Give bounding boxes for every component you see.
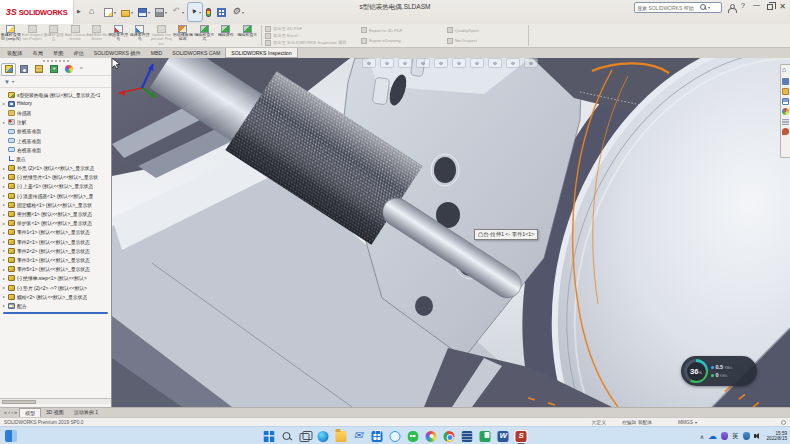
tree-item[interactable]: ▸ 零件1<1> (默认<<默认>_显示状态	[0, 228, 111, 237]
tree-item[interactable]: ▸ 零件2<1> (默认<<默认>_显示状态	[0, 237, 111, 246]
quick-access-button[interactable]: ▾	[137, 3, 151, 21]
export-button[interactable]: 导出至 2D PDF	[265, 25, 361, 32]
tree-item[interactable]: ▸ (-) 绝缘垫片<1> (默认<<默认>_显示状	[0, 173, 111, 182]
tree-item[interactable]: 前视基准面	[0, 127, 111, 136]
color-wheel-app[interactable]	[424, 429, 439, 444]
tree-item[interactable]: ▸ (-) 上盖<1> (默认<<默认>_显示状态	[0, 182, 111, 191]
speed-monitor-widget[interactable]: 36 % 0.5 KB/s 0 KB/s	[681, 356, 757, 386]
ribbon-tab[interactable]: 布局	[28, 48, 48, 58]
edit-appearance-icon[interactable]	[488, 58, 502, 68]
tree-item[interactable]: s型铠装热电偶 (默认<默认_显示状态<1	[0, 90, 111, 99]
dropdown-caret-icon[interactable]: ▾	[182, 10, 184, 15]
ribbon-button[interactable]: 编辑操作	[215, 24, 237, 47]
model-3d-scene[interactable]	[112, 58, 790, 407]
export-button[interactable]: Net-Inspect	[447, 37, 525, 44]
view-palette-icon[interactable]	[782, 98, 789, 105]
ribbon-tab[interactable]: SOLIDWORKS CAM	[167, 48, 225, 58]
panel-tab[interactable]	[17, 64, 30, 75]
design-library-icon[interactable]	[782, 78, 789, 85]
panel-tab[interactable]	[47, 64, 60, 75]
appearances-scenes-icon[interactable]	[782, 108, 789, 115]
quick-access-button[interactable]	[205, 3, 213, 21]
dropdown-caret-icon[interactable]: ▾	[148, 10, 150, 15]
forum-icon[interactable]	[782, 128, 789, 135]
document-tab[interactable]: 3D 视图	[41, 408, 69, 417]
quick-access-button[interactable]: ▾	[103, 3, 117, 21]
ime-language-indicator[interactable]: 英	[732, 432, 739, 441]
dropdown-caret-icon[interactable]: ▾	[199, 10, 201, 15]
file-explorer-icon[interactable]	[782, 88, 789, 95]
ribbon-tab[interactable]: MBD	[146, 48, 168, 58]
status-quick-tip-icon[interactable]	[781, 420, 786, 425]
restore-button[interactable]	[767, 4, 773, 10]
word-app[interactable]	[496, 429, 511, 444]
tree-item[interactable]: ▸ 配合	[0, 301, 111, 310]
apply-scene-icon[interactable]	[506, 58, 520, 68]
quick-access-button[interactable]: ▾	[154, 3, 168, 21]
tree-item[interactable]: ▸ History	[0, 99, 111, 108]
solidworks-taskbar-app[interactable]	[514, 429, 529, 444]
menu-flyout-icon[interactable]: ▶	[77, 8, 81, 14]
tree-item[interactable]: 传感器	[0, 108, 111, 117]
export-button[interactable]: Export to 3D PDF	[361, 27, 447, 34]
help-search-box[interactable]: ▾	[634, 2, 722, 13]
panel-tab[interactable]	[62, 64, 75, 75]
tree-item[interactable]: ▸ 外壳 (2)<1> (默认<<默认>_显示状态	[0, 164, 111, 173]
tree-item[interactable]: ▸ (-) 温度传感器<1> (默认<<默认>_显	[0, 191, 111, 200]
tab-nav-arrows[interactable]: « ‹ › »	[2, 408, 19, 417]
tree-item[interactable]: ▸ 零件2<2> (默认<<默认>_显示状态	[0, 246, 111, 255]
solidworks-resources-icon[interactable]	[782, 68, 789, 75]
ribbon-button[interactable]: Add Characteristic	[65, 24, 87, 47]
tree-item[interactable]: ▸ 螺栓<2> (默认<<默认>_显示状态	[0, 292, 111, 301]
quick-access-button[interactable]	[88, 3, 100, 21]
notes-app[interactable]	[478, 429, 493, 444]
panel-tab[interactable]	[77, 64, 90, 75]
search-caret-icon[interactable]: ▾	[708, 5, 710, 10]
panel-horizontal-scrollbar[interactable]	[0, 398, 111, 404]
tree-item[interactable]: ▸ 注解	[0, 118, 111, 127]
dropdown-caret-icon[interactable]: ▾	[242, 10, 244, 15]
ribbon-button[interactable]: Add/Edit Balloons	[86, 24, 108, 47]
security-shield-icon[interactable]	[721, 432, 728, 440]
wechat-app[interactable]	[406, 429, 421, 444]
file-explorer-app[interactable]	[334, 429, 349, 444]
dropdown-caret-icon[interactable]: ▾	[165, 10, 167, 15]
mail-app[interactable]	[352, 429, 367, 444]
tree-item[interactable]: ▸ 零件5<1> (默认<<默认>_显示状态	[0, 265, 111, 274]
dropdown-caret-icon[interactable]: ▾	[114, 10, 116, 15]
login-person-icon[interactable]	[727, 4, 735, 12]
view-orientation-icon[interactable]	[434, 58, 448, 68]
ribbon-tab[interactable]: 草图	[48, 48, 68, 58]
export-button[interactable]: 导出至 SOLIDWORKS Inspection 项目	[265, 39, 361, 46]
minimize-button[interactable]: —	[753, 1, 760, 8]
ribbon-button[interactable]: Update Inspection Project	[151, 24, 173, 47]
tray-chevron-icon[interactable]: ∧	[700, 433, 704, 440]
ribbon-button[interactable]: 新建检查报告	[43, 24, 65, 47]
tree-item[interactable]: ▸ 保护套<1> (默认<<默认>_显示状态	[0, 219, 111, 228]
tree-item[interactable]: 右视基准面	[0, 145, 111, 154]
tree-item[interactable]: 原点	[0, 154, 111, 163]
ribbon-tab[interactable]: 评估	[68, 48, 88, 58]
graphics-viewport[interactable]: 凸台-拉伸1 <- 零件1<1> 36 %	[112, 58, 790, 407]
help-button[interactable]: ?	[741, 2, 745, 9]
cortana-app[interactable]	[388, 429, 403, 444]
close-button[interactable]: ✕	[779, 2, 786, 11]
start-button[interactable]	[262, 429, 277, 444]
quick-access-button[interactable]: ▾	[231, 3, 245, 21]
ribbon-button[interactable]: 选择零件序号	[129, 24, 151, 47]
dropdown-caret-icon[interactable]: ▾	[131, 10, 133, 15]
tree-item[interactable]: ▸ 密封圈<1> (默认<<默认>_显示状态	[0, 209, 111, 218]
search-icon[interactable]	[700, 4, 707, 11]
volume-icon[interactable]	[754, 432, 763, 441]
tree-item[interactable]: ▸ (-) 绝缘棒.step<1> (默认<<默认>	[0, 274, 111, 283]
scrollbar-thumb[interactable]	[2, 400, 36, 404]
units-caret-icon[interactable]: ▾	[695, 420, 697, 425]
ribbon-button[interactable]: 编辑检查方式	[194, 24, 216, 47]
edge-app[interactable]	[316, 429, 331, 444]
chrome-app[interactable]	[442, 429, 457, 444]
display-style-icon[interactable]	[452, 58, 466, 68]
ribbon-tab[interactable]: SOLIDWORKS Inspection	[225, 48, 297, 58]
section-view-icon[interactable]	[416, 58, 430, 68]
zoom-fit-icon[interactable]	[362, 58, 376, 68]
document-tab[interactable]: 运动算例 1	[69, 408, 103, 417]
